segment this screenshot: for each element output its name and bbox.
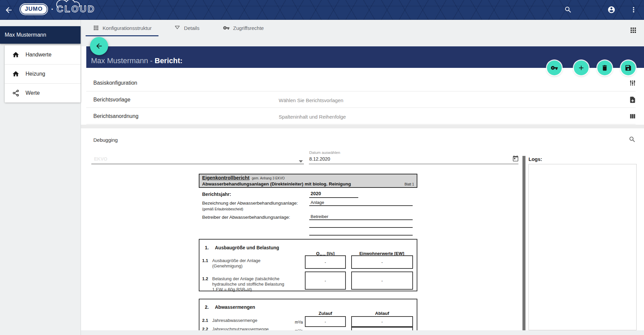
section-separator — [81, 125, 644, 128]
report-header-line2: Abwasserbehandlungsanlagen (Direkteinlei… — [202, 181, 414, 186]
page-title: Max Mustermann - Bericht: — [91, 56, 183, 65]
sidebar-menu: Handwerte Heizung Werte — [5, 45, 81, 102]
account-icon[interactable] — [607, 6, 615, 14]
report-title: Eigenkontrollbericht — [202, 175, 249, 180]
section2-number: 2. — [205, 304, 209, 310]
cloud-logo: CLOUD — [56, 4, 95, 14]
brand-logo: JUMO · CLOUD — [19, 3, 95, 15]
row-number: 1.1 — [202, 258, 208, 263]
select-underline — [91, 164, 304, 164]
sidebar-item-handwerte[interactable]: Handwerte — [5, 45, 81, 64]
section2-col1-header: Zulauf — [305, 311, 346, 316]
section2-title: Abwassermengen — [215, 304, 255, 310]
home-icon — [12, 51, 19, 58]
row-divider — [86, 124, 636, 124]
row-label: 1 EW = 60g BSB₅/d) — [212, 287, 252, 292]
sidebar-item-heizung[interactable]: Heizung — [5, 64, 81, 83]
report-plant-name-value: Anlage — [311, 200, 324, 205]
config-row-value: Wählen Sie Berichtsvorlagen — [279, 97, 343, 103]
back-arrow-icon[interactable] — [4, 6, 13, 14]
chevron-down-icon — [299, 160, 303, 163]
row-number: 1.2 — [202, 276, 208, 281]
delete-button[interactable] — [597, 60, 612, 75]
view-column-icon[interactable] — [629, 113, 636, 120]
sidebar-item-label: Werte — [26, 90, 40, 96]
value-cell: - — [305, 271, 346, 290]
more-vert-icon[interactable] — [630, 6, 638, 14]
sidebar-item-werte[interactable]: Werte — [5, 83, 81, 102]
vertical-scrollbar[interactable] — [522, 156, 525, 330]
underline — [309, 227, 413, 228]
access-rights-button[interactable] — [547, 60, 562, 75]
row-divider — [86, 108, 636, 108]
row-label: Belastung der Anlage (tatsächliche — [212, 276, 279, 281]
topbar: JUMO · CLOUD — [0, 0, 644, 20]
report-sheet-number: Blatt 1 — [405, 182, 414, 186]
tab-details[interactable]: Details — [158, 20, 215, 36]
date-field-value[interactable]: 8.12.2020 — [309, 156, 330, 162]
search-icon[interactable] — [564, 6, 572, 14]
save-button[interactable] — [621, 60, 636, 75]
date-underline — [309, 164, 518, 164]
row-label: (Genehmigung) — [212, 263, 242, 268]
report-year-label: Berichtsjahr: — [202, 192, 231, 197]
row-unit: m³/a — [279, 320, 303, 325]
row-number: 2.1 — [202, 318, 208, 323]
underline — [309, 219, 413, 220]
search-icon[interactable] — [629, 136, 636, 143]
tune-icon[interactable] — [629, 79, 636, 87]
value-cell: - — [351, 255, 413, 269]
row-divider — [86, 91, 636, 91]
tab-label: Zugriffsrechte — [233, 25, 264, 31]
apps-grid-icon — [93, 25, 99, 31]
logs-output-box — [528, 164, 637, 330]
report-subtitle: Abwasserbehandlungsanlagen (Direkteinlei… — [202, 181, 351, 186]
back-button[interactable] — [90, 37, 108, 55]
report-type-select-value: EKVO — [94, 156, 107, 162]
jumo-logo-text: JUMO — [21, 5, 47, 14]
report-header-line1: Eigenkontrollbericht gem. Anhang 3 EKVO — [202, 175, 414, 180]
page-title-prefix: Max Mustermann - — [91, 56, 155, 65]
section2-col2-header: Ablauf — [351, 311, 413, 316]
tab-label: Konfigurationsstruktur — [103, 25, 152, 31]
underline — [309, 205, 413, 206]
config-row-value: Spalteninhalt und Reihenfolge — [279, 114, 346, 120]
note-add-icon[interactable] — [629, 96, 636, 103]
tab-label: Details — [184, 25, 199, 31]
tab-zugriffsrechte[interactable]: Zugriffsrechte — [215, 20, 272, 36]
date-field-label: Datum auswählen — [309, 151, 340, 155]
report-header-box: Eigenkontrollbericht gem. Anhang 3 EKVO … — [199, 174, 417, 188]
save-icon — [625, 64, 632, 72]
report-operator-value: Betreiber — [311, 214, 328, 219]
trash-icon — [601, 64, 608, 72]
funnel-icon — [174, 25, 181, 31]
page-title-bold: Bericht: — [155, 56, 183, 65]
underline — [309, 235, 413, 236]
add-button[interactable] — [574, 60, 589, 75]
config-row-label: Berichtsanordnung — [93, 113, 138, 119]
share-icon — [12, 89, 19, 97]
config-row-label: Basiskonfiguration — [93, 80, 137, 86]
report-year-value: 2020 — [311, 191, 321, 196]
report-type-select[interactable] — [91, 153, 304, 164]
report-plant-name-label: Bezeichnung der Abwasserbehandlungsanlag… — [202, 201, 298, 206]
debugging-section-title: Debugging — [93, 137, 118, 143]
section1-title: Ausbaugröße und Belastung — [215, 245, 279, 250]
sidebar-item-label: Handwerte — [26, 52, 51, 58]
cloud-logo-text: CLOUD — [56, 4, 95, 14]
value-cell: - — [305, 255, 346, 269]
value-cell: - — [351, 271, 413, 290]
tab-konfigurationsstruktur[interactable]: Konfigurationsstruktur — [86, 20, 158, 36]
jumo-logo: JUMO — [19, 3, 48, 15]
sidebar-user-header: Max Mustermann — [0, 26, 81, 44]
calendar-icon[interactable] — [512, 155, 519, 162]
row-label: Jahresabwassermenge — [212, 318, 257, 323]
underline — [309, 197, 358, 198]
report-title-note: gem. Anhang 3 EKVO — [252, 176, 285, 180]
logs-title: Logs: — [528, 156, 542, 162]
app-window: JUMO · CLOUD Max Mustermann — [0, 0, 644, 335]
apps-grid-icon[interactable] — [629, 26, 637, 34]
content-cut-strip — [81, 330, 644, 335]
active-tab-underline — [86, 35, 158, 36]
section1-number: 1. — [205, 245, 209, 250]
